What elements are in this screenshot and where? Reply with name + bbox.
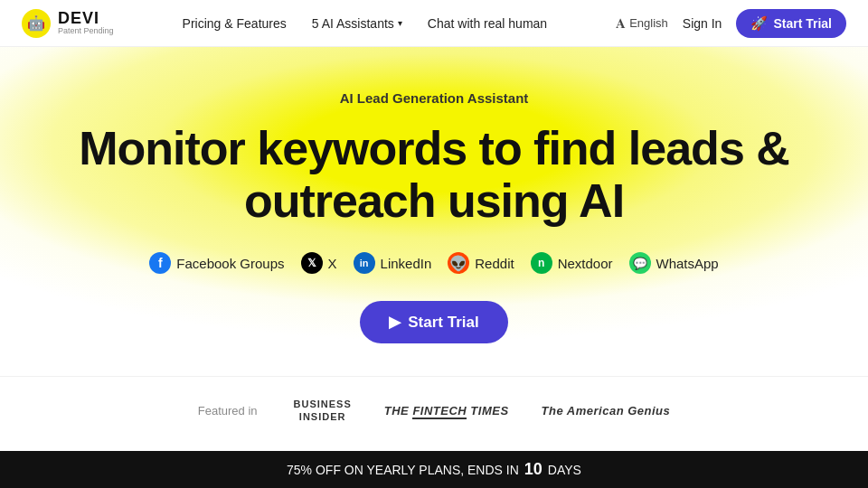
nav-right: 𝐀 English Sign In 🚀 Start Trial [616, 9, 846, 38]
platform-facebook-label: Facebook Groups [176, 256, 284, 271]
nav-links: Pricing & Features 5 AI Assistants ▾ Cha… [183, 16, 548, 31]
business-insider-logo: BUSINESSINSIDER [294, 399, 352, 422]
signin-link[interactable]: Sign In [683, 16, 722, 31]
language-selector[interactable]: 𝐀 English [616, 15, 668, 32]
platform-whatsapp-label: WhatsApp [656, 256, 719, 271]
hero-title: Monitor keywords to find leads & outreac… [18, 122, 850, 227]
fintech-times-logo: THE FINTECH TIMES [384, 404, 509, 418]
platform-linkedin-label: LinkedIn [381, 256, 432, 271]
logo-text: DEVI Patent Pending [58, 10, 114, 37]
featured-logos: BUSINESSINSIDER THE FINTECH TIMES The Am… [294, 399, 671, 422]
platform-linkedin: in LinkedIn [354, 252, 432, 274]
platform-facebook: f Facebook Groups [149, 252, 284, 274]
play-icon: ▶ [389, 313, 401, 332]
platform-x-label: X [328, 256, 337, 271]
linkedin-icon: in [354, 252, 375, 274]
nav-trial-button[interactable]: 🚀 Start Trial [736, 9, 846, 38]
hero-subtitle: AI Lead Generation Assistant [18, 90, 850, 106]
logo[interactable]: 🤖 DEVI Patent Pending [22, 9, 114, 38]
nav-link-chat[interactable]: Chat with real human [428, 16, 547, 31]
facebook-icon: f [149, 252, 171, 274]
featured-label: Featured in [198, 404, 258, 418]
hero-section: AI Lead Generation Assistant Monitor key… [0, 47, 868, 376]
platform-reddit: 👽 Reddit [448, 252, 514, 274]
promo-days-count: 10 [524, 460, 542, 479]
x-icon: 𝕏 [301, 252, 323, 274]
logo-icon: 🤖 [22, 9, 51, 38]
logo-name: DEVI [58, 10, 114, 28]
platform-nextdoor-label: Nextdoor [558, 256, 613, 271]
platform-x: 𝕏 X [301, 252, 337, 274]
nextdoor-icon: n [531, 252, 552, 274]
american-genius-logo: The American Genius [542, 404, 671, 418]
logo-patent: Patent Pending [58, 27, 114, 36]
whatsapp-icon: 💬 [629, 252, 651, 274]
navbar: 🤖 DEVI Patent Pending Pricing & Features… [0, 0, 868, 47]
promo-text-suffix: DAYS [548, 463, 581, 477]
platform-nextdoor: n Nextdoor [531, 252, 613, 274]
translate-icon: 𝐀 [616, 15, 626, 32]
platform-list: f Facebook Groups 𝕏 X in LinkedIn 👽 Redd… [18, 252, 850, 274]
promo-banner: 75% OFF ON YEARLY PLANS, ENDS IN 10 DAYS [0, 451, 868, 488]
featured-section: Featured in BUSINESSINSIDER THE FINTECH … [0, 376, 868, 444]
reddit-icon: 👽 [448, 252, 469, 274]
nav-link-pricing[interactable]: Pricing & Features [183, 16, 287, 31]
hero-trial-button[interactable]: ▶ Start Trial [360, 301, 507, 343]
promo-text-prefix: 75% OFF ON YEARLY PLANS, ENDS IN [287, 463, 519, 477]
platform-reddit-label: Reddit [475, 256, 514, 271]
nav-link-assistants[interactable]: 5 AI Assistants ▾ [312, 16, 402, 31]
chevron-down-icon: ▾ [398, 18, 402, 28]
platform-whatsapp: 💬 WhatsApp [629, 252, 719, 274]
rocket-icon: 🚀 [750, 15, 768, 32]
